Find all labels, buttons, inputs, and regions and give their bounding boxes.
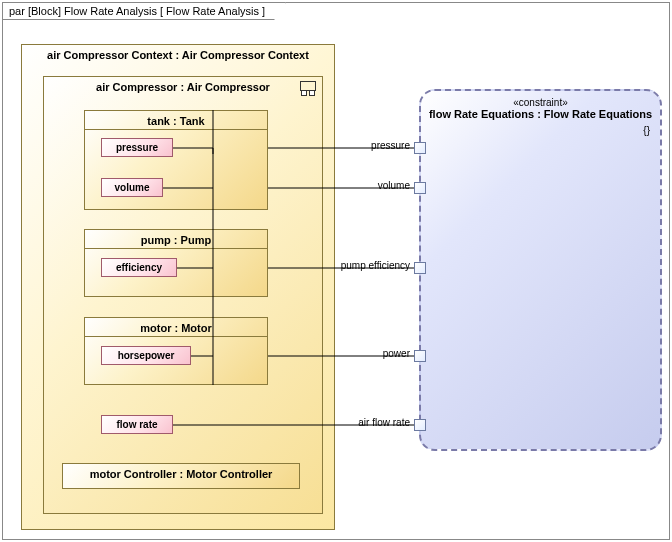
port-label-power: power	[340, 348, 410, 359]
port-pressure[interactable]	[414, 142, 426, 154]
port-volume[interactable]	[414, 182, 426, 194]
context-title: air Compressor Context : Air Compressor …	[22, 45, 334, 63]
tank-pressure-label: pressure	[116, 142, 158, 153]
composite-icon	[300, 81, 316, 91]
constraint-stereotype: «constraint»	[421, 97, 660, 108]
flow-rate-label: flow rate	[116, 419, 157, 430]
compressor-title: air Compressor : Air Compressor	[44, 77, 322, 95]
frame-title-tab: par [Block] Flow Rate Analysis [ Flow Ra…	[2, 2, 286, 20]
port-label-volume: volume	[340, 180, 410, 191]
pump-efficiency-label: efficiency	[116, 262, 162, 273]
tank-volume-label: volume	[114, 182, 149, 193]
motor-controller-block[interactable]: motor Controller : Motor Controller	[62, 463, 300, 489]
port-label-air-flow-rate: air flow rate	[320, 417, 410, 428]
flow-rate-equations-constraint[interactable]: «constraint» flow Rate Equations : Flow …	[419, 89, 662, 451]
pump-title: pump : Pump	[85, 230, 267, 249]
motor-controller-title: motor Controller : Motor Controller	[63, 464, 299, 482]
flow-rate-property[interactable]: flow rate	[101, 415, 173, 434]
constraint-name: flow Rate Equations : Flow Rate Equation…	[421, 108, 660, 120]
motor-title: motor : Motor	[85, 318, 267, 337]
motor-horsepower-property[interactable]: horsepower	[101, 346, 191, 365]
port-pump-efficiency[interactable]	[414, 262, 426, 274]
tank-volume-property[interactable]: volume	[101, 178, 163, 197]
port-air-flow-rate[interactable]	[414, 419, 426, 431]
frame-title: par [Block] Flow Rate Analysis [ Flow Ra…	[9, 5, 265, 17]
pump-efficiency-property[interactable]: efficiency	[101, 258, 177, 277]
port-power[interactable]	[414, 350, 426, 362]
motor-horsepower-label: horsepower	[118, 350, 175, 361]
constraint-braces: {}	[643, 125, 650, 136]
tank-pressure-property[interactable]: pressure	[101, 138, 173, 157]
tank-title: tank : Tank	[85, 111, 267, 130]
port-label-pressure: pressure	[340, 140, 410, 151]
port-label-pump-efficiency: pump efficiency	[310, 260, 410, 271]
